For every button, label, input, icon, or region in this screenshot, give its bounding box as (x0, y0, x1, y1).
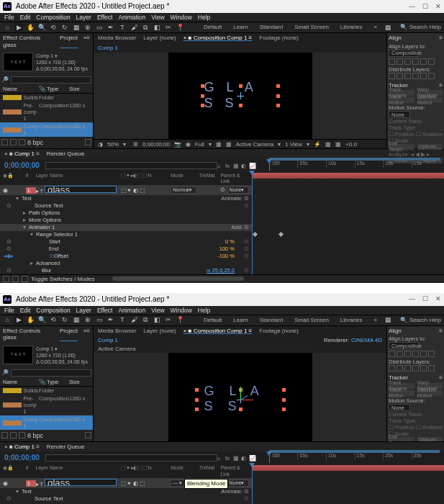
view-count-dropdown[interactable]: 1 View (285, 141, 302, 148)
shy-icon[interactable]: ⌕ (217, 455, 223, 461)
zoom-dropdown[interactable]: 50% (107, 141, 119, 148)
menu-effect[interactable]: Effect (97, 14, 113, 21)
comp-name-link[interactable]: Comp 1 (98, 337, 118, 344)
dist-icon[interactable] (404, 73, 411, 79)
graph-editor-icon[interactable]: 📈 (249, 455, 255, 461)
project-item-comp1[interactable]: Comp 1 Composition1280 x (0, 122, 93, 137)
interpret-button[interactable] (1, 139, 8, 145)
align-to-dropdown[interactable]: Composition (389, 342, 419, 349)
project-item-precomp[interactable]: Pre-comp 1 Composition1280 x (0, 102, 93, 122)
new-comp-button[interactable] (19, 139, 25, 145)
shy-icon[interactable]: ⌕ (217, 163, 223, 168)
add-button[interactable]: Add: ⊙ (231, 224, 249, 230)
align-right-icon[interactable] (404, 58, 411, 65)
camera-tool[interactable]: ▦ (72, 23, 81, 32)
minimize-button[interactable]: — (409, 3, 415, 11)
camera-dropdown[interactable]: Active Camera (236, 141, 273, 148)
prop-text[interactable]: Text (22, 195, 32, 202)
project-columns[interactable]: Name📎 TypeSize (0, 378, 93, 387)
stopwatch-active-icon[interactable]: ⊙ (49, 253, 54, 259)
dist-icon[interactable] (389, 73, 395, 79)
exposure-adjust[interactable]: +0.0 (345, 141, 357, 148)
value-start[interactable]: 0 % (225, 238, 235, 245)
keyframe-icon[interactable] (278, 232, 284, 237)
bpc-toggle[interactable]: 8 bpc (27, 432, 43, 440)
resolution-dropdown[interactable]: Full (195, 141, 204, 148)
selection-tool[interactable]: ▶ (14, 23, 23, 32)
layer-name-input[interactable] (45, 186, 117, 193)
menu-composition[interactable]: Composition (36, 307, 70, 314)
menu-help[interactable]: Help (198, 14, 210, 21)
tab-media-browser[interactable]: Media Browser (98, 35, 136, 42)
workspace-menu-icon[interactable]: ▦ (384, 23, 393, 32)
layer-name-input[interactable] (45, 479, 117, 486)
shape-tool[interactable]: ▭ (95, 316, 104, 325)
roto-tool[interactable]: ✂ (164, 316, 173, 325)
rotation-tool[interactable]: ↻ (60, 23, 69, 32)
menu-file[interactable]: File (4, 307, 14, 314)
workspace-small-screen[interactable]: Small Screen (290, 317, 333, 324)
rotation-tool[interactable]: ↻ (60, 316, 69, 325)
brush-tool[interactable]: 🖌 (130, 316, 138, 325)
prop-range-selector[interactable]: Range Selector 1 (36, 231, 78, 238)
workspace-standard[interactable]: Standard (255, 317, 287, 324)
tab-render-queue[interactable]: Render Queue (47, 444, 84, 451)
stabilize-motion-button[interactable]: Stabilize Motion (417, 390, 443, 396)
camera-tool[interactable]: ▦ (72, 316, 81, 325)
twirl-icon[interactable]: ▸ (30, 260, 36, 266)
menu-edit[interactable]: Edit (20, 307, 31, 314)
prop-more-options[interactable]: More Options (29, 217, 61, 223)
prop-advanced[interactable]: Advanced (36, 260, 60, 266)
search-icon[interactable]: 🔎 (1, 369, 9, 377)
align-hcenter-icon[interactable] (397, 58, 403, 65)
eraser-tool[interactable]: ◧ (153, 316, 161, 325)
value-end[interactable]: 100 % (219, 246, 235, 252)
dist-icon[interactable] (428, 73, 435, 79)
value-blur[interactable]: ∞ 25.0,25.0 (207, 267, 235, 274)
tab-comp1-timeline[interactable]: × ■ Comp 1 ≡ (4, 150, 40, 158)
layer-duration-bar[interactable] (252, 173, 444, 179)
tab-effect-controls[interactable]: Effect Controls glass (3, 328, 54, 341)
time-ruler[interactable]: :00f05s10s 15s20s25s (269, 453, 440, 460)
workspace-learn[interactable]: Learn (229, 317, 252, 324)
layer-duration-bar[interactable] (252, 465, 444, 471)
close-button[interactable]: ✕ (435, 3, 441, 11)
comp-thumbnail[interactable]: T E X T (3, 53, 33, 71)
current-time-display[interactable]: 0;00;00;00 (4, 454, 40, 462)
prop-blur[interactable]: Blur (42, 267, 51, 274)
project-search-input[interactable] (11, 76, 91, 84)
timecode-display[interactable]: 0;00;00;00 (142, 141, 170, 148)
prop-offset[interactable]: Offset (54, 253, 68, 259)
new-comp-button[interactable] (19, 432, 25, 438)
search-icon[interactable]: 🔎 (1, 76, 9, 84)
align-vcenter-icon[interactable] (420, 58, 427, 65)
motion-blur-icon[interactable]: ◐ (241, 455, 247, 461)
interpret-button[interactable] (1, 432, 8, 438)
tab-composition[interactable]: × ■ Composition Comp 1 ≡ (184, 35, 253, 42)
delete-button[interactable] (85, 139, 91, 145)
dist-icon[interactable] (397, 73, 403, 79)
menu-composition[interactable]: Composition (36, 14, 70, 21)
layer-column-header[interactable]: ◉🔒# Layer Name ⬚✦●◐⬚⬚fx Mode TrkMat Pare… (0, 172, 252, 186)
fx-icon[interactable]: fx (225, 455, 231, 461)
minimize-button[interactable]: — (409, 295, 415, 303)
dist-icon[interactable] (420, 73, 427, 79)
tab-effect-controls[interactable]: Effect Controls glass (3, 35, 54, 48)
keyframe-icon[interactable] (253, 232, 258, 237)
puppet-tool[interactable]: 📍 (176, 23, 184, 32)
pen-tool[interactable]: ✒ (107, 316, 115, 325)
project-columns[interactable]: Name📎 TypeSize (0, 85, 93, 94)
home-button[interactable]: ⌂ (3, 316, 12, 325)
layer-switches[interactable]: ⬚✦ ◐ ⬚ (121, 480, 171, 487)
fx-icon[interactable]: fx (225, 163, 231, 168)
prop-source-text[interactable]: Source Text (35, 202, 63, 209)
3d-icon[interactable]: ▦ (325, 141, 331, 148)
timeline-graph[interactable] (252, 464, 444, 504)
clone-tool[interactable]: ⧉ (141, 23, 150, 32)
twirl-icon[interactable]: ▸ (23, 217, 29, 223)
project-item-precomp[interactable]: Pre-comp 1 Composition1280 x (0, 395, 93, 415)
eraser-tool[interactable]: ◧ (153, 23, 161, 32)
menu-view[interactable]: View (151, 307, 164, 314)
timeline-search[interactable] (45, 454, 217, 462)
tab-render-queue[interactable]: Render Queue (47, 150, 84, 158)
